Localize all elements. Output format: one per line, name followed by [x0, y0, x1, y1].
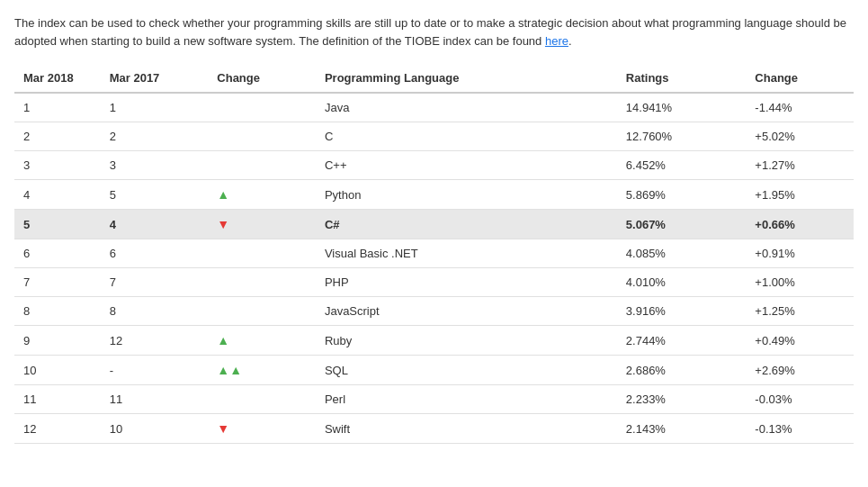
cell-change-arrow: [208, 297, 316, 326]
cell-ratings: 3.916%: [617, 297, 747, 326]
table-row: 66Visual Basic .NET4.085%+0.91%: [14, 239, 854, 268]
cell-rank: 12: [14, 414, 101, 444]
table-row: 54▼C#5.067%+0.66%: [14, 210, 854, 239]
cell-delta: +5.02%: [746, 122, 854, 151]
cell-delta: +0.66%: [746, 210, 854, 239]
cell-prev: 5: [101, 180, 209, 210]
cell-language: Java: [316, 93, 617, 122]
cell-change-arrow: [208, 239, 316, 268]
cell-rank: 9: [14, 326, 101, 356]
cell-language: Ruby: [316, 326, 617, 356]
header-mar2018: Mar 2018: [14, 64, 101, 93]
arrow-up-icon: ▲: [217, 333, 229, 347]
cell-delta: +2.69%: [746, 356, 854, 385]
cell-delta: +1.25%: [746, 297, 854, 326]
intro-text: The index can be used to check whether y…: [14, 16, 846, 48]
header-change2: Change: [746, 64, 854, 93]
cell-change-arrow: [208, 93, 316, 122]
cell-ratings: 2.233%: [617, 385, 747, 414]
cell-rank: 11: [14, 385, 101, 414]
cell-ratings: 6.452%: [617, 151, 747, 180]
tiobe-table: Mar 2018 Mar 2017 Change Programming Lan…: [14, 64, 854, 444]
cell-rank: 4: [14, 180, 101, 210]
cell-change-arrow: ▼: [208, 414, 316, 444]
arrow-down-icon: ▼: [217, 421, 229, 436]
cell-ratings: 12.760%: [617, 122, 747, 151]
cell-ratings: 14.941%: [617, 93, 747, 122]
cell-ratings: 5.869%: [617, 180, 747, 210]
header-ratings: Ratings: [617, 64, 747, 93]
cell-prev: 2: [101, 122, 209, 151]
table-row: 22C12.760%+5.02%: [14, 122, 854, 151]
header-row: Mar 2018 Mar 2017 Change Programming Lan…: [14, 64, 854, 93]
table-row: 1210▼Swift2.143%-0.13%: [14, 414, 854, 444]
cell-change-arrow: [208, 385, 316, 414]
cell-change-arrow: ▲▲: [208, 356, 316, 385]
table-row: 11Java14.941%-1.44%: [14, 93, 854, 122]
cell-language: C++: [316, 151, 617, 180]
cell-change-arrow: [208, 268, 316, 297]
cell-rank: 8: [14, 297, 101, 326]
cell-rank: 10: [14, 356, 101, 385]
table-row: 1111Perl2.233%-0.03%: [14, 385, 854, 414]
cell-delta: +0.91%: [746, 239, 854, 268]
cell-rank: 1: [14, 93, 101, 122]
cell-delta: +0.49%: [746, 326, 854, 356]
arrow-double-up-icon: ▲▲: [217, 363, 242, 377]
cell-ratings: 4.010%: [617, 268, 747, 297]
table-row: 77PHP4.010%+1.00%: [14, 268, 854, 297]
table-row: 33C++6.452%+1.27%: [14, 151, 854, 180]
cell-prev: 11: [101, 385, 209, 414]
cell-prev: 10: [101, 414, 209, 444]
cell-change-arrow: [208, 151, 316, 180]
cell-delta: -0.03%: [746, 385, 854, 414]
cell-ratings: 5.067%: [617, 210, 747, 239]
cell-language: C: [316, 122, 617, 151]
cell-rank: 7: [14, 268, 101, 297]
cell-rank: 5: [14, 210, 101, 239]
table-header: Mar 2018 Mar 2017 Change Programming Lan…: [14, 64, 854, 93]
cell-prev: 1: [101, 93, 209, 122]
cell-rank: 2: [14, 122, 101, 151]
arrow-down-icon: ▼: [217, 217, 229, 231]
cell-delta: +1.95%: [746, 180, 854, 210]
header-language: Programming Language: [316, 64, 617, 93]
cell-delta: +1.00%: [746, 268, 854, 297]
cell-language: Perl: [316, 385, 617, 414]
table-row: 912▲Ruby2.744%+0.49%: [14, 326, 854, 356]
cell-rank: 6: [14, 239, 101, 268]
cell-ratings: 4.085%: [617, 239, 747, 268]
cell-change-arrow: ▲: [208, 326, 316, 356]
cell-language: PHP: [316, 268, 617, 297]
cell-language: JavaScript: [316, 297, 617, 326]
cell-change-arrow: ▲: [208, 180, 316, 210]
tiobe-link[interactable]: here: [545, 34, 568, 48]
table-body: 11Java14.941%-1.44%22C12.760%+5.02%33C++…: [14, 93, 854, 444]
cell-change-arrow: [208, 122, 316, 151]
cell-language: C#: [316, 210, 617, 239]
cell-prev: 4: [101, 210, 209, 239]
cell-prev: 3: [101, 151, 209, 180]
cell-language: SQL: [316, 356, 617, 385]
cell-ratings: 2.143%: [617, 414, 747, 444]
cell-delta: +1.27%: [746, 151, 854, 180]
arrow-up-icon: ▲: [217, 187, 229, 202]
cell-delta: -0.13%: [746, 414, 854, 444]
header-change1: Change: [208, 64, 316, 93]
cell-ratings: 2.686%: [617, 356, 747, 385]
table-row: 10-▲▲SQL2.686%+2.69%: [14, 356, 854, 385]
cell-delta: -1.44%: [746, 93, 854, 122]
intro-paragraph: The index can be used to check whether y…: [14, 14, 854, 50]
table-row: 45▲Python5.869%+1.95%: [14, 180, 854, 210]
cell-change-arrow: ▼: [208, 210, 316, 239]
cell-prev: 8: [101, 297, 209, 326]
cell-prev: 7: [101, 268, 209, 297]
cell-prev: -: [101, 356, 209, 385]
cell-language: Visual Basic .NET: [316, 239, 617, 268]
cell-prev: 12: [101, 326, 209, 356]
cell-prev: 6: [101, 239, 209, 268]
header-mar2017: Mar 2017: [101, 64, 209, 93]
cell-language: Python: [316, 180, 617, 210]
table-row: 88JavaScript3.916%+1.25%: [14, 297, 854, 326]
cell-rank: 3: [14, 151, 101, 180]
